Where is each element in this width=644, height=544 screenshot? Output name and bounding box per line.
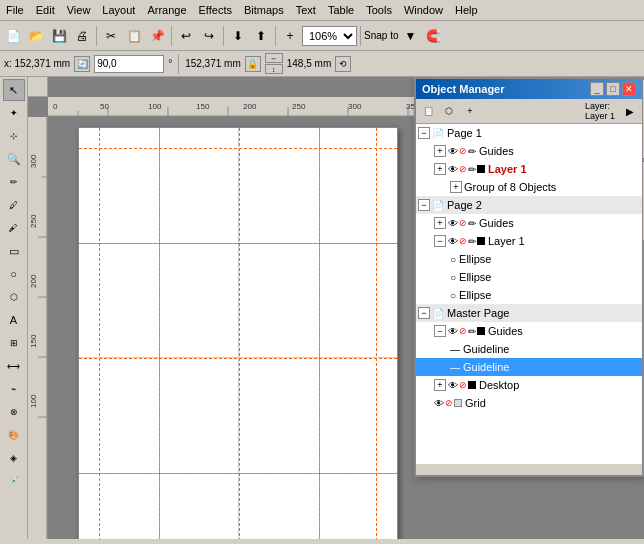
tree-mguides[interactable]: − 👁 ⊘ ✏ Guides — [416, 322, 642, 340]
dimension-tool[interactable]: ⟷ — [3, 355, 25, 377]
desktop-label: Desktop — [479, 379, 519, 391]
copy-button[interactable]: 📋 — [123, 25, 145, 47]
tree-masterpage[interactable]: − 📄 Master Page — [416, 304, 642, 322]
edit-icon4: ✏ — [468, 236, 476, 247]
export-button[interactable]: ⬆ — [250, 25, 272, 47]
save-button[interactable]: 💾 — [48, 25, 70, 47]
redo-button[interactable]: ↪ — [198, 25, 220, 47]
zoom-dropdown[interactable]: 106% — [302, 26, 357, 46]
flip-v-button[interactable]: ↕ — [265, 64, 283, 74]
artistic-tool[interactable]: 🖋 — [3, 217, 25, 239]
layer-name: Layer 1 — [585, 111, 615, 121]
zoom-tool[interactable]: 🔍 — [3, 148, 25, 170]
polygon-tool[interactable]: ⬡ — [3, 286, 25, 308]
expand-guides2[interactable]: + — [434, 217, 446, 229]
menu-help[interactable]: Help — [449, 2, 484, 18]
guides2-icons: 👁 ⊘ ✏ — [448, 218, 476, 229]
node-tool[interactable]: ✦ — [3, 102, 25, 124]
select-tool[interactable]: ↖ — [3, 79, 25, 101]
tree-page1[interactable]: − 📄 Page 1 — [416, 124, 642, 142]
show-object-properties[interactable]: 📋 — [418, 102, 438, 120]
undo-button[interactable]: ↩ — [175, 25, 197, 47]
expand-button[interactable]: ▶ — [620, 102, 640, 120]
tree-layer2[interactable]: − 👁 ⊘ ✏ Layer 1 — [416, 232, 642, 250]
menu-file[interactable]: File — [0, 2, 30, 18]
tree-guides2[interactable]: + 👁 ⊘ ✏ Guides — [416, 214, 642, 232]
crop-tool[interactable]: ⊹ — [3, 125, 25, 147]
new-button[interactable]: 📄 — [2, 25, 24, 47]
snap-button[interactable]: 🧲 — [422, 25, 444, 47]
tree-group1[interactable]: + Group of 8 Objects — [416, 178, 642, 196]
bezier-tool[interactable]: 🖊 — [3, 194, 25, 216]
show-object-manager[interactable]: ⬡ — [439, 102, 459, 120]
freehand-tool[interactable]: ✏ — [3, 171, 25, 193]
masterpage-label: Master Page — [447, 307, 509, 319]
tree-layer1[interactable]: + 👁 ⊘ ✏ Layer 1 — [416, 160, 642, 178]
expand-mguides[interactable]: − — [434, 325, 446, 337]
tree-desktop[interactable]: + 👁 ⊘ Desktop — [416, 376, 642, 394]
tree-page2[interactable]: − 📄 Page 2 — [416, 196, 642, 214]
zoom-in-button[interactable]: + — [279, 25, 301, 47]
expand-layer1[interactable]: + — [434, 163, 446, 175]
expand-layer2[interactable]: − — [434, 235, 446, 247]
open-button[interactable]: 📂 — [25, 25, 47, 47]
new-layer-btn[interactable]: + — [460, 102, 480, 120]
expand-masterpage[interactable]: − — [418, 307, 430, 319]
tree-grid[interactable]: 👁 ⊘ Grid — [416, 394, 642, 412]
minimize-button[interactable]: _ — [590, 82, 604, 96]
angle-input[interactable] — [94, 55, 164, 73]
snap-dropdown-button[interactable]: ▼ — [399, 25, 421, 47]
import-button[interactable]: ⬇ — [227, 25, 249, 47]
menu-window[interactable]: Window — [398, 2, 449, 18]
svg-text:100: 100 — [29, 394, 38, 408]
guide-v1 — [159, 128, 160, 539]
print-button[interactable]: 🖨 — [71, 25, 93, 47]
tree-guideline2[interactable]: — Guideline — [416, 358, 642, 376]
paste-button[interactable]: 📌 — [146, 25, 168, 47]
close-button[interactable]: ✕ — [622, 82, 636, 96]
canvas-area[interactable]: 0 50 100 150 200 250 300 350 300 — [28, 77, 644, 539]
menu-view[interactable]: View — [61, 2, 97, 18]
tree-guideline1[interactable]: — Guideline — [416, 340, 642, 358]
menu-tools[interactable]: Tools — [360, 2, 398, 18]
rect-tool[interactable]: ▭ — [3, 240, 25, 262]
menu-edit[interactable]: Edit — [30, 2, 61, 18]
cut-button[interactable]: ✂ — [100, 25, 122, 47]
ellipse-tool[interactable]: ○ — [3, 263, 25, 285]
transform-icon[interactable]: ⟲ — [335, 56, 351, 72]
menu-arrange[interactable]: Arrange — [141, 2, 192, 18]
guides1-label: Guides — [479, 145, 514, 157]
menu-table[interactable]: Table — [322, 2, 360, 18]
expand-group1[interactable]: + — [450, 181, 462, 193]
tree-ellipse3[interactable]: ○ Ellipse — [416, 286, 642, 304]
object-tree[interactable]: − 📄 Page 1 + 👁 ⊘ ✏ Guides — [416, 124, 642, 464]
menu-bitmaps[interactable]: Bitmaps — [238, 2, 290, 18]
expand-page1[interactable]: − — [418, 127, 430, 139]
table-tool[interactable]: ⊞ — [3, 332, 25, 354]
expand-desktop[interactable]: + — [434, 379, 446, 391]
layer1-icons: 👁 ⊘ ✏ — [448, 164, 485, 175]
lock-icon[interactable]: 🔒 — [245, 56, 261, 72]
angle-lock-icon[interactable]: 🔄 — [74, 56, 90, 72]
flip-h-button[interactable]: ↔ — [265, 53, 283, 63]
edit-icon3: ✏ — [468, 218, 476, 229]
menu-effects[interactable]: Effects — [193, 2, 238, 18]
fill-tool[interactable]: 🎨 — [3, 424, 25, 446]
eyedropper-tool[interactable]: 💉 — [3, 470, 25, 492]
menu-layout[interactable]: Layout — [96, 2, 141, 18]
mguides-icons: 👁 ⊘ ✏ — [448, 326, 485, 337]
connector-tool[interactable]: ⌁ — [3, 378, 25, 400]
expand-page2[interactable]: − — [418, 199, 430, 211]
tree-ellipse1[interactable]: ○ Ellipse — [416, 250, 642, 268]
ellipse2-label: Ellipse — [459, 271, 491, 283]
menu-text[interactable]: Text — [290, 2, 322, 18]
tree-ellipse2[interactable]: ○ Ellipse — [416, 268, 642, 286]
text-tool[interactable]: A — [3, 309, 25, 331]
tree-guides1[interactable]: + 👁 ⊘ ✏ Guides — [416, 142, 642, 160]
height-label: 148,5 mm — [287, 58, 331, 69]
maximize-button[interactable]: □ — [606, 82, 620, 96]
square-icon3 — [477, 327, 485, 335]
outline-tool[interactable]: ◈ — [3, 447, 25, 469]
blend-tool[interactable]: ⊗ — [3, 401, 25, 423]
expand-guides1[interactable]: + — [434, 145, 446, 157]
